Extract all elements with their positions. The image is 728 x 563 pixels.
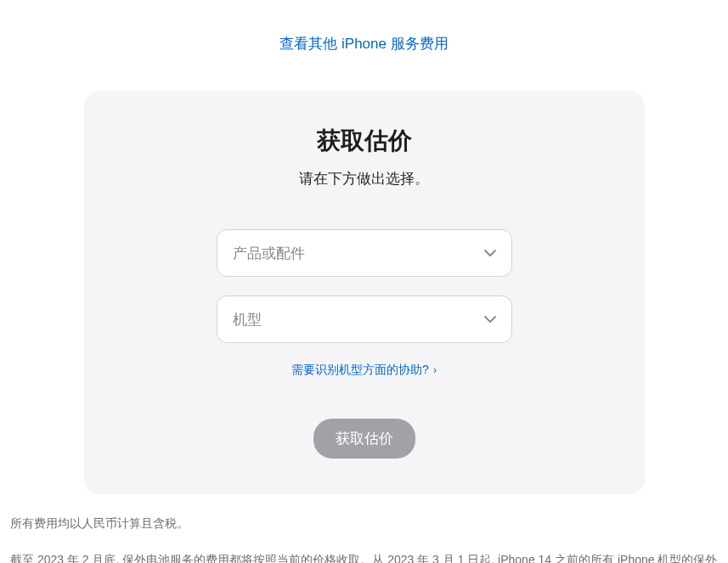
- help-link-label: 需要识别机型方面的协助?: [291, 363, 429, 376]
- chevron-down-icon: [484, 313, 496, 325]
- model-help-link[interactable]: 需要识别机型方面的协助? ›: [291, 363, 437, 376]
- model-select-placeholder: 机型: [233, 310, 262, 329]
- card-title: 获取估价: [127, 125, 602, 157]
- product-select[interactable]: 产品或配件: [217, 229, 512, 277]
- chevron-down-icon: [484, 247, 496, 259]
- footer-line-1: 所有费用均以人民币计算且含税。: [10, 513, 718, 534]
- estimate-card: 获取估价 请在下方做出选择。 产品或配件 机型 需要识别机型方面的协助? ›: [84, 91, 645, 494]
- get-estimate-button[interactable]: 获取估价: [313, 419, 415, 459]
- product-select-placeholder: 产品或配件: [233, 244, 305, 263]
- top-link-wrapper: 查看其他 iPhone 服务费用: [8, 0, 720, 67]
- footer-text: 所有费用均以人民币计算且含税。 截至 2023 年 2 月底, 保外电池服务的费…: [8, 513, 720, 563]
- product-select-wrapper: 产品或配件: [217, 229, 512, 277]
- view-other-services-link[interactable]: 查看其他 iPhone 服务费用: [279, 36, 448, 52]
- card-subtitle: 请在下方做出选择。: [127, 169, 602, 189]
- help-link-wrapper: 需要识别机型方面的协助? ›: [127, 362, 602, 378]
- footer-line-2a: 截至 2023 年 2 月底, 保外电池服务的费用都将按照当前的价格收取。从 2…: [10, 553, 717, 563]
- chevron-right-icon: ›: [431, 364, 437, 376]
- model-select-wrapper: 机型: [217, 296, 512, 343]
- model-select[interactable]: 机型: [217, 296, 512, 343]
- footer-line-2: 截至 2023 年 2 月底, 保外电池服务的费用都将按照当前的价格收取。从 2…: [10, 549, 718, 563]
